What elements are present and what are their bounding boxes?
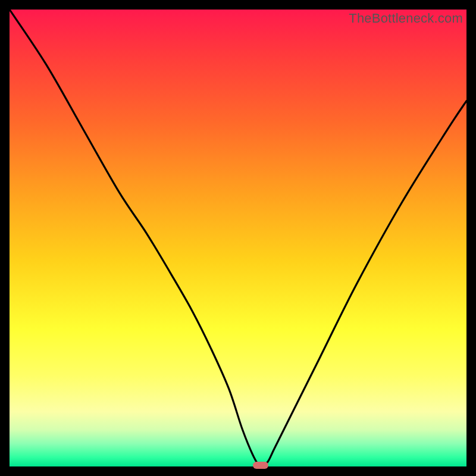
bottleneck-curve: [10, 10, 466, 466]
chart-frame: TheBottleneck.com: [0, 0, 476, 476]
chart-plot-area: TheBottleneck.com: [10, 10, 466, 466]
curve-path: [10, 10, 466, 466]
minimum-marker: [253, 462, 268, 469]
